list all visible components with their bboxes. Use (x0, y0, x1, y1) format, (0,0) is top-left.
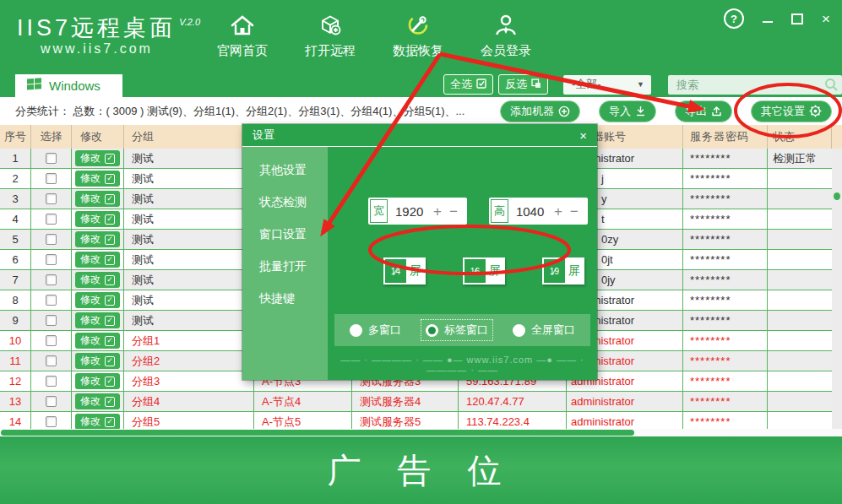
row-status (768, 331, 832, 350)
edit-button[interactable]: 修改✓ (75, 373, 120, 389)
nav-open-remote[interactable]: 打开远程 (305, 14, 356, 59)
row-checkbox[interactable] (46, 274, 57, 285)
edit-button[interactable]: 修改✓ (75, 353, 120, 369)
height-increase-button[interactable]: + (554, 204, 562, 219)
row-checkbox[interactable] (46, 376, 57, 387)
width-value[interactable]: 1920 (395, 204, 426, 219)
export-button[interactable]: 导出 (675, 100, 732, 122)
settings-nav-hotkey[interactable]: 快捷键 (242, 289, 328, 307)
nav-data-recovery[interactable]: 数据恢复 (393, 14, 443, 59)
edit-button[interactable]: 修改✓ (75, 150, 120, 166)
row-select-cell (31, 230, 72, 249)
row-checkbox[interactable] (46, 396, 57, 407)
edit-button[interactable]: 修改✓ (75, 292, 120, 308)
edit-button[interactable]: 修改✓ (75, 231, 120, 247)
row-checkbox[interactable] (46, 214, 57, 225)
row-select-cell (31, 331, 72, 350)
row-edit-cell: 修改✓ (72, 371, 124, 391)
settings-nav-other[interactable]: 其他设置 (242, 160, 328, 179)
settings-dialog: 设置 × 其他设置 状态检测 窗口设置 批量打开 快捷键 宽 1920 + (242, 124, 597, 380)
maximize-button[interactable] (791, 14, 803, 24)
row-checkbox[interactable] (46, 355, 57, 366)
row-edit-cell: 修改✓ (72, 209, 124, 229)
edit-button[interactable]: 修改✓ (75, 393, 120, 409)
row-checkbox[interactable] (46, 315, 57, 326)
title-bar: IIS7远程桌面 V.2.0 www.iis7.com 官网首页 打开远程 (0, 0, 842, 72)
nav-home[interactable]: 官网首页 (217, 14, 268, 59)
height-label: 高 (491, 199, 508, 223)
other-settings-button[interactable]: 其它设置 (751, 100, 832, 122)
edit-button[interactable]: 修改✓ (75, 211, 120, 227)
row-password: ******** (683, 189, 768, 209)
edit-check-icon: ✓ (105, 154, 115, 164)
nav-member-login[interactable]: 会员登录 (481, 14, 531, 59)
row-seq: 12 (0, 371, 31, 391)
settings-nav-status-check[interactable]: 状态检测 (242, 192, 328, 211)
vertical-scrollbar[interactable] (832, 149, 842, 429)
row-name: A-节点5 (254, 412, 352, 429)
stats-bar: 分类统计： 总数：( 3009 ) 测试(9)、分组1(1)、分组2(1)、分组… (0, 97, 842, 125)
import-button[interactable]: 导入 (599, 100, 656, 122)
row-checkbox[interactable] (46, 234, 57, 245)
height-decrease-button[interactable]: − (570, 204, 579, 219)
row-status (768, 270, 832, 290)
radio-fullscreen-window[interactable]: 全屏窗口 (508, 320, 579, 340)
edit-button[interactable]: 修改✓ (75, 191, 120, 207)
row-checkbox[interactable] (46, 254, 57, 265)
row-seq: 10 (0, 331, 31, 350)
row-select-cell (31, 392, 72, 411)
table-row: 14 修改✓ 分组5 A-节点5 测试服务器5 113.74.223.4 adm… (0, 412, 842, 429)
select-all-button[interactable]: 全选 (443, 74, 493, 95)
row-select-cell (31, 250, 72, 269)
radio-multi-window[interactable]: 多窗口 (345, 320, 405, 340)
row-checkbox[interactable] (46, 295, 57, 306)
horizontal-scrollbar[interactable] (0, 429, 842, 436)
row-checkbox[interactable] (46, 153, 57, 164)
ninth-screen-button[interactable]: 1∕9 屏 (542, 257, 584, 285)
row-password: ******** (683, 311, 768, 330)
radio-selected-icon (426, 324, 438, 337)
edit-button[interactable]: 修改✓ (75, 171, 120, 187)
row-checkbox[interactable] (46, 173, 57, 184)
edit-button[interactable]: 修改✓ (75, 252, 120, 268)
help-icon[interactable]: ? (724, 8, 744, 29)
invert-select-button[interactable]: 反选 (498, 74, 548, 95)
row-checkbox[interactable] (46, 193, 57, 204)
row-edit-cell: 修改✓ (72, 412, 124, 429)
row-group: 测试 (124, 250, 254, 269)
row-edit-cell: 修改✓ (72, 331, 124, 350)
edit-check-icon: ✓ (105, 174, 115, 184)
settings-close-icon[interactable]: × (579, 128, 587, 143)
row-status (768, 351, 832, 371)
minimize-button[interactable] (763, 21, 773, 23)
edit-button[interactable]: 修改✓ (75, 333, 120, 349)
tab-row-tools: 全选 反选 -全部- ▼ (443, 74, 842, 95)
sixth-screen-button[interactable]: 1∕6 屏 (463, 257, 505, 285)
group-filter-select[interactable]: -全部- ▼ (563, 75, 651, 95)
row-password: ******** (683, 392, 768, 411)
row-select-cell (31, 311, 72, 330)
settings-nav-window[interactable]: 窗口设置 (242, 225, 328, 243)
edit-button[interactable]: 修改✓ (75, 272, 120, 288)
edit-button[interactable]: 修改✓ (75, 414, 120, 429)
watermark: —— · ———— · —— ●— www.iis7.com —● —— · —… (328, 355, 597, 375)
quarter-screen-button[interactable]: 1∕4 屏 (383, 257, 426, 285)
row-checkbox[interactable] (46, 416, 57, 427)
radio-tab-window[interactable]: 标签窗口 (421, 319, 493, 341)
width-decrease-button[interactable]: − (449, 204, 458, 219)
close-button[interactable]: × (822, 12, 830, 26)
row-password: ******** (683, 412, 768, 429)
edit-check-icon: ✓ (105, 356, 115, 366)
window-size-row: 宽 1920 + − 高 1040 + − (368, 198, 588, 225)
tab-windows[interactable]: Windows (15, 74, 122, 97)
horizontal-scrollbar-thumb[interactable] (1, 430, 634, 436)
height-value[interactable]: 1040 (516, 204, 546, 219)
vertical-scrollbar-thumb[interactable] (834, 192, 840, 200)
add-machine-button[interactable]: 添加机器 (500, 100, 580, 122)
settings-nav-batch-open[interactable]: 批量打开 (242, 257, 328, 275)
edit-button[interactable]: 修改✓ (75, 312, 120, 328)
search-input[interactable] (668, 75, 842, 95)
row-group: 分组1 (124, 331, 254, 350)
row-checkbox[interactable] (46, 335, 57, 346)
width-increase-button[interactable]: + (433, 204, 442, 219)
